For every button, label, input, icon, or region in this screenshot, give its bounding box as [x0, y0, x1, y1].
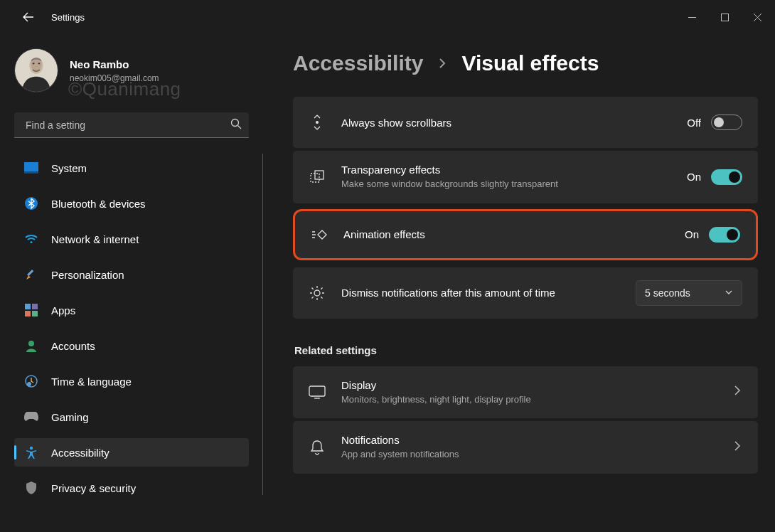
bell-icon — [309, 440, 326, 455]
svg-rect-14 — [25, 311, 31, 316]
sidebar-item-label: Gaming — [51, 411, 89, 423]
svg-point-10 — [30, 241, 32, 243]
sidebar-item-gaming[interactable]: Gaming — [14, 403, 249, 431]
nav: System Bluetooth & devices Network & int… — [14, 154, 259, 509]
sidebar-item-time-language[interactable]: Time & language — [14, 367, 249, 395]
animation-toggle[interactable] — [709, 227, 740, 243]
avatar — [14, 48, 58, 92]
arrow-left-icon — [23, 11, 34, 23]
dismiss-duration-dropdown[interactable]: 5 seconds — [636, 280, 742, 306]
user-profile[interactable]: Neo Rambo neokim005@gmail.com — [14, 48, 259, 92]
related-settings-heading: Related settings — [294, 344, 758, 356]
sidebar-item-label: Network & internet — [51, 233, 139, 245]
page-title: Visual effects — [461, 51, 599, 75]
minimize-button[interactable] — [675, 6, 708, 28]
svg-rect-7 — [24, 162, 38, 172]
related-title: Display — [341, 379, 717, 391]
close-button[interactable] — [741, 6, 774, 28]
sidebar-item-network[interactable]: Network & internet — [14, 225, 249, 253]
svg-point-23 — [314, 290, 320, 296]
setting-dismiss-notifications: Dismiss notifications after this amount … — [293, 267, 758, 319]
gamepad-icon — [24, 410, 38, 424]
user-email: neokim005@gmail.com — [70, 73, 159, 83]
sidebar-item-label: Personalization — [51, 269, 124, 281]
titlebar: Settings — [0, 0, 775, 34]
svg-point-5 — [38, 63, 40, 64]
svg-rect-11 — [27, 270, 33, 276]
shield-icon — [24, 481, 38, 495]
chevron-right-icon — [437, 55, 447, 72]
setting-title: Always show scrollbars — [341, 117, 671, 129]
related-title: Notifications — [341, 434, 717, 446]
sidebar-item-system[interactable]: System — [14, 154, 249, 182]
related-display[interactable]: Display Monitors, brightness, night ligh… — [293, 366, 758, 419]
maximize-button[interactable] — [708, 6, 741, 28]
setting-subtitle: Make some window backgrounds slightly tr… — [341, 178, 671, 191]
sidebar-item-privacy[interactable]: Privacy & security — [14, 474, 249, 502]
dropdown-value: 5 seconds — [645, 287, 690, 299]
setting-title: Animation effects — [343, 228, 669, 240]
apps-icon — [24, 303, 38, 317]
sidebar-item-apps[interactable]: Apps — [14, 296, 249, 324]
search-icon — [230, 118, 242, 132]
svg-rect-15 — [32, 311, 38, 316]
sidebar-item-bluetooth[interactable]: Bluetooth & devices — [14, 189, 249, 218]
app-title: Settings — [51, 12, 85, 23]
sidebar-item-label: Accounts — [51, 340, 95, 352]
sidebar-item-label: System — [51, 162, 87, 174]
breadcrumb: Accessibility Visual effects — [293, 51, 758, 75]
setting-transparency[interactable]: Transparency effects Make some window ba… — [293, 151, 758, 203]
sidebar: ©Quanimang Neo Rambo neokim005@gmail.com — [0, 34, 263, 532]
svg-point-4 — [33, 63, 35, 64]
setting-title: Transparency effects — [341, 164, 671, 176]
svg-point-6 — [232, 119, 239, 126]
svg-rect-12 — [25, 304, 31, 309]
person-icon — [24, 339, 38, 353]
svg-point-19 — [30, 447, 33, 449]
sidebar-item-personalization[interactable]: Personalization — [14, 260, 249, 289]
clock-globe-icon — [24, 374, 38, 388]
toggle-state-label: On — [685, 228, 699, 240]
main-content: Accessibility Visual effects Always show… — [263, 34, 775, 532]
scrollbars-toggle[interactable] — [711, 115, 742, 130]
chevron-right-icon — [732, 441, 742, 454]
animation-icon — [311, 228, 328, 242]
svg-rect-24 — [309, 386, 325, 396]
transparency-toggle[interactable] — [711, 169, 742, 185]
sidebar-item-accounts[interactable]: Accounts — [14, 331, 249, 360]
related-notifications[interactable]: Notifications App and system notificatio… — [293, 421, 758, 474]
svg-rect-0 — [721, 14, 728, 21]
maximize-icon — [721, 14, 729, 21]
sidebar-item-label: Privacy & security — [51, 482, 136, 494]
back-button[interactable] — [17, 6, 40, 28]
brightness-icon — [309, 284, 326, 302]
sidebar-item-label: Time & language — [51, 376, 132, 388]
bluetooth-icon — [24, 196, 38, 211]
accessibility-icon — [24, 445, 38, 459]
related-subtitle: App and system notifications — [341, 448, 717, 461]
svg-rect-13 — [32, 304, 38, 309]
sidebar-item-label: Accessibility — [51, 447, 109, 459]
setting-title: Dismiss notifications after this amount … — [341, 287, 620, 299]
wifi-icon — [24, 232, 38, 246]
setting-animation[interactable]: Animation effects On — [293, 209, 758, 260]
svg-point-20 — [316, 122, 319, 124]
sidebar-item-label: Apps — [51, 304, 75, 316]
user-name: Neo Rambo — [70, 58, 159, 70]
sidebar-item-label: Bluetooth & devices — [51, 198, 146, 210]
sidebar-item-accessibility[interactable]: Accessibility — [14, 438, 249, 467]
breadcrumb-parent[interactable]: Accessibility — [293, 51, 423, 75]
related-subtitle: Monitors, brightness, night light, displ… — [341, 393, 717, 406]
svg-point-18 — [27, 382, 31, 386]
search-input[interactable] — [24, 119, 230, 132]
search-input-container[interactable] — [14, 112, 249, 138]
toggle-state-label: On — [687, 171, 701, 183]
scrollbars-icon — [309, 114, 326, 131]
system-icon — [24, 161, 38, 175]
chevron-right-icon — [732, 385, 742, 398]
minimize-icon — [688, 14, 696, 21]
display-icon — [309, 385, 326, 399]
transparency-icon — [309, 169, 326, 185]
setting-scrollbars[interactable]: Always show scrollbars Off — [293, 97, 758, 148]
toggle-state-label: Off — [687, 117, 701, 129]
